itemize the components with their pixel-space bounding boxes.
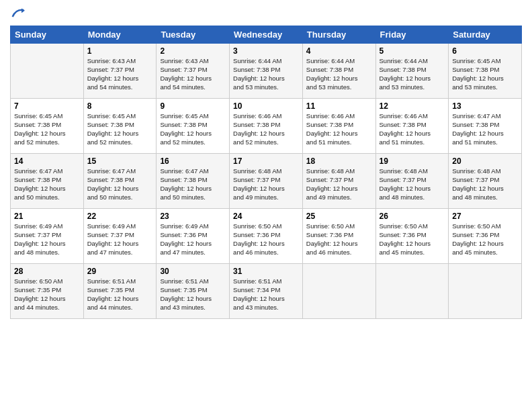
- day-number: 13: [452, 101, 518, 111]
- day-number: 25: [306, 212, 372, 221]
- day-content: Sunrise: 6:47 AM Sunset: 7:38 PM Dayligh…: [87, 167, 153, 201]
- calendar-cell: 16Sunrise: 6:47 AM Sunset: 7:38 PM Dayli…: [157, 154, 230, 209]
- day-content: Sunrise: 6:51 AM Sunset: 7:35 PM Dayligh…: [87, 277, 153, 312]
- calendar-cell: 20Sunrise: 6:48 AM Sunset: 7:37 PM Dayli…: [449, 154, 522, 209]
- day-content: Sunrise: 6:46 AM Sunset: 7:38 PM Dayligh…: [380, 112, 445, 146]
- calendar-header: SundayMondayTuesdayWednesdayThursdayFrid…: [11, 26, 522, 44]
- calendar-cell: 30Sunrise: 6:51 AM Sunset: 7:35 PM Dayli…: [157, 264, 230, 319]
- day-content: Sunrise: 6:51 AM Sunset: 7:35 PM Dayligh…: [160, 277, 226, 312]
- day-content: Sunrise: 6:47 AM Sunset: 7:38 PM Dayligh…: [452, 112, 518, 146]
- day-content: Sunrise: 6:49 AM Sunset: 7:37 PM Dayligh…: [87, 222, 153, 257]
- day-content: Sunrise: 6:51 AM Sunset: 7:34 PM Dayligh…: [233, 277, 299, 312]
- calendar-week-3: 14Sunrise: 6:47 AM Sunset: 7:38 PM Dayli…: [11, 154, 522, 209]
- day-content: Sunrise: 6:48 AM Sunset: 7:37 PM Dayligh…: [452, 167, 518, 201]
- day-content: Sunrise: 6:45 AM Sunset: 7:38 PM Dayligh…: [14, 112, 80, 146]
- day-content: Sunrise: 6:48 AM Sunset: 7:37 PM Dayligh…: [233, 167, 299, 201]
- calendar: SundayMondayTuesdayWednesdayThursdayFrid…: [10, 26, 522, 319]
- day-number: 20: [452, 156, 518, 166]
- day-content: Sunrise: 6:50 AM Sunset: 7:35 PM Dayligh…: [14, 277, 80, 312]
- day-number: 18: [306, 156, 372, 166]
- calendar-week-5: 28Sunrise: 6:50 AM Sunset: 7:35 PM Dayli…: [11, 264, 522, 319]
- calendar-cell: 4Sunrise: 6:44 AM Sunset: 7:38 PM Daylig…: [302, 44, 375, 99]
- day-of-week-monday: Monday: [83, 26, 157, 44]
- day-content: Sunrise: 6:46 AM Sunset: 7:38 PM Dayligh…: [306, 112, 372, 146]
- day-content: Sunrise: 6:45 AM Sunset: 7:38 PM Dayligh…: [452, 57, 518, 91]
- day-of-week-thursday: Thursday: [302, 26, 375, 44]
- calendar-cell: 15Sunrise: 6:47 AM Sunset: 7:38 PM Dayli…: [83, 154, 157, 209]
- calendar-cell: 14Sunrise: 6:47 AM Sunset: 7:38 PM Dayli…: [11, 154, 84, 209]
- calendar-cell: 6Sunrise: 6:45 AM Sunset: 7:38 PM Daylig…: [449, 44, 522, 99]
- calendar-cell: 27Sunrise: 6:50 AM Sunset: 7:36 PM Dayli…: [449, 209, 522, 264]
- day-content: Sunrise: 6:44 AM Sunset: 7:38 PM Dayligh…: [306, 57, 372, 91]
- day-content: Sunrise: 6:48 AM Sunset: 7:37 PM Dayligh…: [306, 167, 372, 201]
- day-number: 12: [380, 101, 445, 111]
- day-content: Sunrise: 6:48 AM Sunset: 7:37 PM Dayligh…: [380, 167, 445, 201]
- day-content: Sunrise: 6:45 AM Sunset: 7:38 PM Dayligh…: [160, 112, 226, 146]
- day-number: 21: [14, 212, 80, 221]
- calendar-week-1: 1Sunrise: 6:43 AM Sunset: 7:37 PM Daylig…: [11, 44, 522, 99]
- day-content: Sunrise: 6:45 AM Sunset: 7:38 PM Dayligh…: [87, 112, 153, 146]
- calendar-cell: 23Sunrise: 6:49 AM Sunset: 7:36 PM Dayli…: [157, 209, 230, 264]
- day-number: 16: [160, 156, 226, 166]
- day-of-week-friday: Friday: [375, 26, 449, 44]
- day-number: 6: [452, 46, 518, 56]
- day-number: 17: [233, 156, 299, 166]
- day-content: Sunrise: 6:50 AM Sunset: 7:36 PM Dayligh…: [306, 222, 372, 257]
- calendar-cell: 22Sunrise: 6:49 AM Sunset: 7:37 PM Dayli…: [83, 209, 157, 264]
- logo: [10, 7, 25, 20]
- calendar-week-2: 7Sunrise: 6:45 AM Sunset: 7:38 PM Daylig…: [11, 99, 522, 154]
- calendar-cell: 19Sunrise: 6:48 AM Sunset: 7:37 PM Dayli…: [375, 154, 449, 209]
- day-number: 23: [160, 212, 226, 221]
- calendar-cell: 17Sunrise: 6:48 AM Sunset: 7:37 PM Dayli…: [230, 154, 303, 209]
- calendar-body: 1Sunrise: 6:43 AM Sunset: 7:37 PM Daylig…: [11, 44, 522, 319]
- day-of-week-saturday: Saturday: [449, 26, 522, 44]
- day-number: 28: [14, 267, 80, 276]
- day-content: Sunrise: 6:49 AM Sunset: 7:37 PM Dayligh…: [14, 222, 80, 257]
- logo-icon: [11, 7, 25, 20]
- calendar-cell: 29Sunrise: 6:51 AM Sunset: 7:35 PM Dayli…: [83, 264, 157, 319]
- day-content: Sunrise: 6:43 AM Sunset: 7:37 PM Dayligh…: [87, 57, 153, 91]
- svg-marker-0: [21, 9, 25, 13]
- day-number: 22: [87, 212, 153, 221]
- calendar-cell: 25Sunrise: 6:50 AM Sunset: 7:36 PM Dayli…: [302, 209, 375, 264]
- day-number: 26: [380, 212, 445, 221]
- calendar-cell: 31Sunrise: 6:51 AM Sunset: 7:34 PM Dayli…: [230, 264, 303, 319]
- day-of-week-tuesday: Tuesday: [157, 26, 230, 44]
- day-number: 29: [87, 267, 153, 276]
- day-content: Sunrise: 6:47 AM Sunset: 7:38 PM Dayligh…: [160, 167, 226, 201]
- day-number: 14: [14, 156, 80, 166]
- calendar-cell: 13Sunrise: 6:47 AM Sunset: 7:38 PM Dayli…: [449, 99, 522, 154]
- calendar-cell: 1Sunrise: 6:43 AM Sunset: 7:37 PM Daylig…: [83, 44, 157, 99]
- calendar-cell: [449, 264, 522, 319]
- calendar-cell: 26Sunrise: 6:50 AM Sunset: 7:36 PM Dayli…: [375, 209, 449, 264]
- calendar-cell: 24Sunrise: 6:50 AM Sunset: 7:36 PM Dayli…: [230, 209, 303, 264]
- day-number: 15: [87, 156, 153, 166]
- calendar-cell: 7Sunrise: 6:45 AM Sunset: 7:38 PM Daylig…: [11, 99, 84, 154]
- day-number: 8: [87, 101, 153, 111]
- day-of-week-wednesday: Wednesday: [230, 26, 303, 44]
- day-content: Sunrise: 6:46 AM Sunset: 7:38 PM Dayligh…: [233, 112, 299, 146]
- page-header: [10, 7, 522, 20]
- day-content: Sunrise: 6:49 AM Sunset: 7:36 PM Dayligh…: [160, 222, 226, 257]
- calendar-cell: 28Sunrise: 6:50 AM Sunset: 7:35 PM Dayli…: [11, 264, 84, 319]
- day-of-week-sunday: Sunday: [11, 26, 84, 44]
- day-number: 5: [380, 46, 445, 56]
- calendar-cell: 9Sunrise: 6:45 AM Sunset: 7:38 PM Daylig…: [157, 99, 230, 154]
- day-number: 10: [233, 101, 299, 111]
- day-number: 2: [160, 46, 226, 56]
- day-number: 4: [306, 46, 372, 56]
- calendar-cell: 3Sunrise: 6:44 AM Sunset: 7:38 PM Daylig…: [230, 44, 303, 99]
- calendar-week-4: 21Sunrise: 6:49 AM Sunset: 7:37 PM Dayli…: [11, 209, 522, 264]
- day-number: 31: [233, 267, 299, 276]
- day-header-row: SundayMondayTuesdayWednesdayThursdayFrid…: [11, 26, 522, 44]
- day-content: Sunrise: 6:43 AM Sunset: 7:37 PM Dayligh…: [160, 57, 226, 91]
- calendar-cell: 2Sunrise: 6:43 AM Sunset: 7:37 PM Daylig…: [157, 44, 230, 99]
- day-number: 11: [306, 101, 372, 111]
- day-number: 1: [87, 46, 153, 56]
- day-content: Sunrise: 6:50 AM Sunset: 7:36 PM Dayligh…: [380, 222, 445, 257]
- day-number: 3: [233, 46, 299, 56]
- day-number: 30: [160, 267, 226, 276]
- day-content: Sunrise: 6:44 AM Sunset: 7:38 PM Dayligh…: [380, 57, 445, 91]
- day-number: 24: [233, 212, 299, 221]
- day-content: Sunrise: 6:50 AM Sunset: 7:36 PM Dayligh…: [452, 222, 518, 257]
